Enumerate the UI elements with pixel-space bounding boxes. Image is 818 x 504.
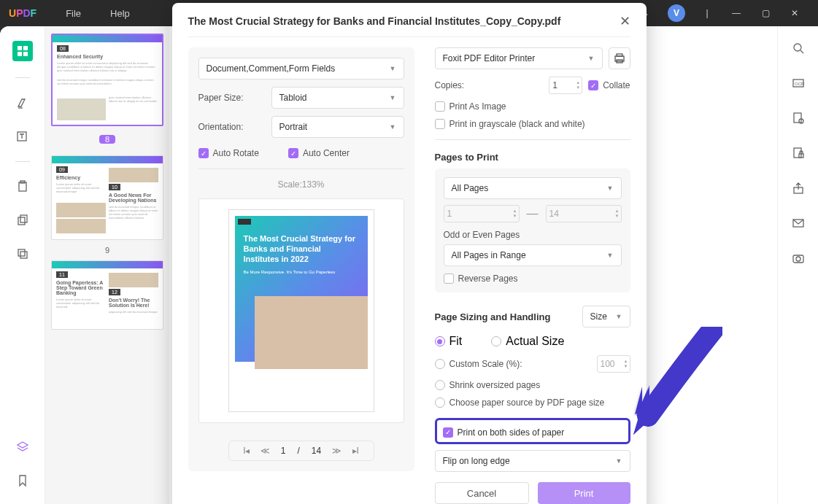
svg-rect-23 [617,54,622,56]
print-options-panel: Document,Comment,Form Fields▼ Paper Size… [188,47,414,471]
choose-source-radio[interactable]: Choose paper source by PDF page size [435,398,605,408]
printer-dropdown[interactable]: Foxit PDF Editor Printer▼ [435,47,603,69]
paper-size-dropdown[interactable]: Tabloid▼ [271,87,404,109]
copies-input[interactable]: 1▲▼ [549,77,582,94]
dialog-title: The Most Crucial Strategy for Banks and … [188,15,620,27]
orientation-label: Orientation: [198,122,271,132]
actual-size-radio[interactable]: Actual Size [491,335,564,348]
print-dialog: The Most Crucial Strategy for Banks and … [172,3,647,504]
orientation-dropdown[interactable]: Portrait▼ [271,116,404,138]
cancel-button[interactable]: Cancel [435,482,529,504]
print-content-dropdown[interactable]: Document,Comment,Form Fields▼ [198,58,404,80]
close-dialog-button[interactable]: ✕ [620,13,630,29]
pager-next-icon[interactable]: ≫ [328,446,344,456]
auto-center-checkbox[interactable]: Auto Center [288,148,350,158]
paper-size-label: Paper Size: [198,93,271,103]
print-preview: The Most Crucial Strategy for Banks and … [198,198,404,423]
print-as-image-checkbox[interactable]: Print As Image [435,101,506,112]
size-dropdown[interactable]: Size▼ [582,306,630,327]
odd-even-dropdown[interactable]: All Pages in Range▼ [444,244,622,266]
pager-total: 14 [307,446,325,456]
reverse-pages-checkbox[interactable]: Reverse Pages [444,274,518,284]
range-to-input[interactable]: 14▲▼ [546,205,622,222]
page-sizing-title: Page Sizing and Handling [435,311,582,322]
range-from-input[interactable]: 1▲▼ [444,205,520,222]
scale-label: Scale:133% [198,179,404,190]
shrink-radio[interactable]: Shrink oversized pages [435,380,541,390]
pager-current: 1 [277,446,290,456]
collate-checkbox[interactable]: Collate [588,80,630,90]
pager-prev-icon[interactable]: ≪ [258,446,274,456]
grayscale-checkbox[interactable]: Print in grayscale (black and white) [435,119,585,129]
preview-pager: I◂ ≪ 1 / 14 ≫ ▸I [228,441,374,461]
odd-even-label: Odd or Even Pages [444,230,622,240]
page-range-dropdown[interactable]: All Pages▼ [444,177,622,199]
both-sides-highlight: Print on both sides of paper [435,418,630,444]
both-sides-checkbox[interactable]: Print on both sides of paper [443,427,565,438]
copies-label: Copies: [435,80,549,90]
pager-last-icon[interactable]: ▸I [347,446,363,456]
pages-to-print-title: Pages to Print [435,152,630,163]
custom-scale-radio[interactable]: Custom Scale (%): [435,359,522,369]
pager-first-icon[interactable]: I◂ [239,446,255,456]
flip-dropdown[interactable]: Flip on long edge▼ [435,450,630,472]
dialog-overlay: The Most Crucial Strategy for Banks and … [0,0,818,504]
fit-radio[interactable]: Fit [435,335,463,348]
custom-scale-input[interactable]: 100▲▼ [597,355,630,373]
printer-properties-icon[interactable] [609,47,630,69]
auto-rotate-checkbox[interactable]: Auto Rotate [198,148,259,158]
print-button[interactable]: Print [538,482,630,504]
